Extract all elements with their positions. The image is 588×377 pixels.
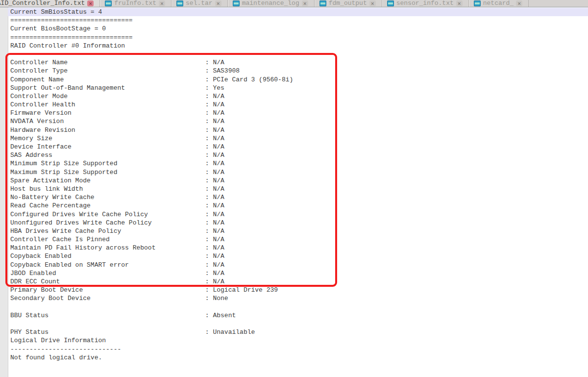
- kv-line: Secondary Boot Device : None: [10, 294, 588, 302]
- kv-line: Controller Type : SAS3908: [10, 67, 588, 75]
- text-line: ================================: [10, 16, 588, 25]
- file-icon: [233, 0, 240, 6]
- kv-line: Maximum Strip Size Supported : N/A: [10, 168, 588, 176]
- tab-fruinfo-txt[interactable]: fruInfo.txt×: [100, 0, 172, 7]
- tab-bar: RAID_Controller_Info.txt×fruInfo.txt×sel…: [0, 0, 588, 7]
- close-icon[interactable]: ×: [516, 0, 522, 6]
- kv-line: Component Name : PCIe Card 3 (9560-8i): [10, 75, 588, 84]
- text-line: Current BiosBootStage = 0: [10, 25, 588, 33]
- kv-line: Unonfigured Drives Write Cache Policy : …: [10, 219, 588, 227]
- kv-line: Controller Cache Is Pinned : N/A: [10, 235, 588, 244]
- tab-fdm-output[interactable]: fdm_output×: [315, 0, 382, 7]
- text-line: ================================: [10, 33, 588, 42]
- file-icon: [387, 0, 394, 6]
- kv-line: Primary Boot Device : Logical Drive 239: [10, 286, 588, 294]
- kv-line: PHY Status : Unavailable: [10, 328, 588, 336]
- close-icon[interactable]: ×: [87, 0, 94, 6]
- editor-gutter: [0, 7, 8, 377]
- tab-netcard[interactable]: netcard_×: [469, 0, 529, 7]
- kv-line: Device Interface : N/A: [10, 143, 588, 151]
- tab-label: sensor_info.txt: [396, 0, 454, 6]
- kv-line: Firmware Version : N/A: [10, 109, 588, 117]
- kv-line: No-Battery Write Cache : N/A: [10, 193, 588, 201]
- kv-line: Copyback Enabled on SMART error : N/A: [10, 261, 588, 269]
- tab-label: fruInfo.txt: [114, 0, 156, 6]
- kv-line: Spare Activation Mode : N/A: [10, 176, 588, 185]
- blank-line: [10, 320, 588, 328]
- kv-line: Copyback Enabled : N/A: [10, 252, 588, 260]
- kv-line: Memory Size : N/A: [10, 134, 588, 143]
- text-line: RAID Controller #0 Information: [10, 42, 588, 50]
- tab-sensor-info-txt[interactable]: sensor_info.txt×: [382, 0, 469, 7]
- close-icon[interactable]: ×: [159, 0, 165, 6]
- file-icon: [319, 0, 326, 6]
- kv-line: Configured Drives Write Cache Policy : N…: [10, 210, 588, 219]
- kv-line: SAS Address : N/A: [10, 151, 588, 159]
- kv-line: DDR ECC Count : N/A: [10, 277, 588, 286]
- kv-line: Read Cache Percentage : N/A: [10, 201, 588, 210]
- file-icon: [105, 0, 112, 6]
- kv-line: NVDATA Version : N/A: [10, 117, 588, 126]
- file-icon: [474, 0, 481, 6]
- close-icon[interactable]: ×: [302, 0, 308, 6]
- kv-line: Support Out-of-Band Management : Yes: [10, 84, 588, 92]
- tab-label: RAID_Controller_Info.txt: [0, 0, 85, 6]
- kv-line: Host bus link Width : N/A: [10, 185, 588, 193]
- close-icon[interactable]: ×: [369, 0, 376, 6]
- tab-sel-tar[interactable]: sel.tar×: [172, 0, 228, 7]
- tab-label: fdm_output: [329, 0, 367, 6]
- tab-label: sel.tar: [186, 0, 213, 6]
- kv-line: JBOD Enabled : N/A: [10, 269, 588, 277]
- kv-line: Maintain PD Fail History across Reboot :…: [10, 244, 588, 252]
- editor-lines: Current SmBiosStatus = 4================…: [8, 8, 588, 362]
- kv-line: Hardware Revision : N/A: [10, 126, 588, 134]
- kv-line: Controller Mode : N/A: [10, 92, 588, 101]
- kv-line: Minimum Strip Size Supported : N/A: [10, 159, 588, 168]
- blank-line: [10, 303, 588, 311]
- tab-maintenance-log[interactable]: maintenance_log×: [228, 0, 315, 7]
- tab-label: netcard_: [483, 0, 514, 6]
- kv-line: HBA Drives Write Cache Policy : N/A: [10, 227, 588, 235]
- kv-line: BBU Status : Absent: [10, 311, 588, 320]
- tab-raid-controller-info-txt[interactable]: RAID_Controller_Info.txt×: [0, 0, 100, 7]
- close-icon[interactable]: ×: [456, 0, 463, 6]
- tab-label: maintenance_log: [242, 0, 299, 6]
- text-editor-area[interactable]: Current SmBiosStatus = 4================…: [0, 7, 588, 377]
- blank-line: [10, 50, 588, 58]
- text-line: -----------------------------: [10, 345, 588, 353]
- file-icon: [176, 0, 183, 6]
- text-line: Not found logical drive.: [10, 353, 588, 362]
- kv-line: Controller Name : N/A: [10, 58, 588, 67]
- kv-line: Controller Health : N/A: [10, 101, 588, 109]
- text-line: Current SmBiosStatus = 4: [8, 8, 588, 16]
- text-line: Logical Drive Information: [10, 336, 588, 345]
- close-icon[interactable]: ×: [215, 0, 221, 6]
